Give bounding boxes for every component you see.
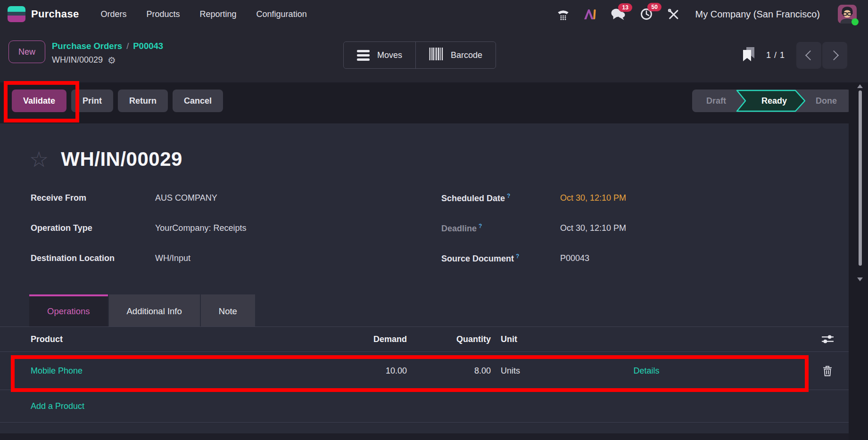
sheet-bottom-edge — [0, 433, 849, 440]
form-fields: Receive From AUS COMPANY Scheduled Date?… — [31, 188, 849, 268]
breadcrumb: Purchase Orders / P00043 WH/IN/00029 ⚙ — [52, 41, 163, 65]
field-value-receive-from[interactable]: AUS COMPANY — [155, 193, 441, 203]
vertical-scrollbar[interactable] — [856, 84, 864, 281]
status-ready-active[interactable]: Ready — [736, 90, 806, 112]
activities-badge: 50 — [647, 3, 661, 11]
control-panel: Validate Print Return Cancel Draft Ready… — [0, 82, 868, 123]
cell-unit[interactable]: Units — [491, 366, 562, 376]
menu-products[interactable]: Products — [146, 9, 180, 19]
table-row[interactable]: Mobile Phone 10.00 8.00 Units Details — [0, 352, 849, 390]
column-header-product: Product — [31, 334, 314, 344]
activities-clock-icon[interactable]: 50 — [640, 8, 653, 21]
field-value-operation-type[interactable]: YourCompany: Receipts — [155, 223, 441, 233]
field-label-receive-from: Receive From — [31, 193, 155, 203]
breadcrumb-separator: / — [126, 41, 129, 51]
tab-note[interactable]: Note — [201, 294, 255, 326]
tab-operations[interactable]: Operations — [29, 294, 108, 326]
record-title[interactable]: WH/IN/00029 — [61, 148, 182, 171]
menu-orders[interactable]: Orders — [100, 9, 126, 19]
scroll-down-arrow-icon[interactable] — [857, 277, 863, 281]
column-header-demand: Demand — [314, 334, 407, 344]
column-header-unit: Unit — [491, 334, 562, 344]
new-button[interactable]: New — [8, 41, 45, 63]
field-label-destination-location: Destination Location — [31, 253, 155, 263]
online-status-dot — [851, 18, 859, 25]
help-icon: ? — [507, 193, 510, 199]
user-avatar[interactable] — [838, 5, 857, 24]
menu-reporting[interactable]: Reporting — [200, 9, 237, 19]
chevron-right-icon — [828, 50, 838, 60]
print-button[interactable]: Print — [71, 90, 113, 112]
field-label-operation-type: Operation Type — [31, 223, 155, 233]
notebook-tabs: Operations Additional Info Note — [29, 294, 849, 326]
details-link[interactable]: Details — [562, 366, 731, 376]
chevron-left-icon — [805, 50, 815, 60]
validate-button[interactable]: Validate — [12, 90, 66, 112]
field-label-deadline: Deadline? — [441, 223, 560, 234]
form-sheet: ☆ WH/IN/00029 Receive From AUS COMPANY S… — [0, 123, 849, 440]
breadcrumb-record-name: WH/IN/00029 — [52, 55, 103, 65]
status-draft[interactable]: Draft — [692, 96, 740, 106]
debug-tools-icon[interactable] — [667, 8, 680, 21]
return-button[interactable]: Return — [118, 90, 168, 112]
messages-icon[interactable]: 13 — [611, 8, 626, 21]
delete-row-trash-icon[interactable] — [806, 365, 849, 377]
barcode-icon — [429, 48, 443, 63]
barcode-stat-button[interactable]: Barcode — [416, 42, 496, 68]
field-label-source-document: Source Document? — [441, 253, 560, 264]
status-done[interactable]: Done — [802, 96, 851, 106]
moves-icon — [357, 50, 370, 61]
pager-previous-button[interactable] — [796, 42, 821, 69]
optional-columns-icon[interactable] — [806, 334, 849, 345]
field-value-deadline[interactable]: Oct 30, 12:10 PM — [560, 223, 849, 233]
help-icon: ? — [479, 223, 482, 229]
bookmark-icon[interactable] — [743, 47, 755, 64]
statusbar: Draft Ready Done — [692, 90, 851, 112]
breadcrumb-parent-link[interactable]: Purchase Orders — [52, 41, 122, 51]
gear-icon[interactable]: ⚙ — [107, 56, 116, 65]
moves-stat-button[interactable]: Moves — [344, 42, 416, 68]
pager-counter[interactable]: 1 / 1 — [766, 50, 785, 60]
cancel-button[interactable]: Cancel — [173, 90, 223, 112]
scroll-up-arrow-icon[interactable] — [857, 84, 863, 88]
voip-phone-icon[interactable] — [557, 8, 570, 21]
cell-product[interactable]: Mobile Phone — [31, 366, 314, 376]
scrollbar-thumb[interactable] — [859, 90, 862, 266]
cell-quantity[interactable]: 8.00 — [407, 366, 491, 376]
purchase-app-icon[interactable] — [8, 6, 25, 22]
pager-next-button[interactable] — [822, 42, 847, 69]
favorite-star-icon[interactable]: ☆ — [29, 148, 49, 170]
app-name[interactable]: Purchase — [31, 8, 79, 20]
field-label-scheduled-date: Scheduled Date? — [441, 193, 560, 204]
field-value-source-document[interactable]: P00043 — [560, 253, 849, 263]
main-menu: Orders Products Reporting Configuration — [100, 9, 306, 19]
systray: 13 50 My Company (San Francisco) — [557, 5, 860, 24]
table-header-row: Product Demand Quantity Unit — [0, 327, 849, 352]
breadcrumb-active-link[interactable]: P00043 — [133, 41, 163, 51]
operations-table: Product Demand Quantity Unit Mobile Phon… — [0, 326, 849, 423]
column-header-quantity: Quantity — [407, 334, 491, 344]
breadcrumb-row: New Purchase Orders / P00043 WH/IN/00029… — [0, 28, 868, 82]
messages-badge: 13 — [618, 3, 632, 12]
help-icon: ? — [516, 253, 519, 260]
ai-assistant-icon[interactable] — [584, 8, 596, 21]
top-navbar: Purchase Orders Products Reporting Confi… — [0, 0, 868, 28]
company-switcher[interactable]: My Company (San Francisco) — [695, 9, 820, 20]
cell-demand[interactable]: 10.00 — [314, 366, 407, 376]
menu-configuration[interactable]: Configuration — [256, 9, 307, 19]
field-value-scheduled-date[interactable]: Oct 30, 12:10 PM — [560, 193, 849, 203]
add-a-product-link[interactable]: Add a Product — [0, 390, 849, 423]
stat-button-box: Moves Barcode — [343, 41, 496, 69]
field-value-destination-location[interactable]: WH/Input — [155, 253, 441, 263]
tab-additional-info[interactable]: Additional Info — [109, 294, 200, 326]
